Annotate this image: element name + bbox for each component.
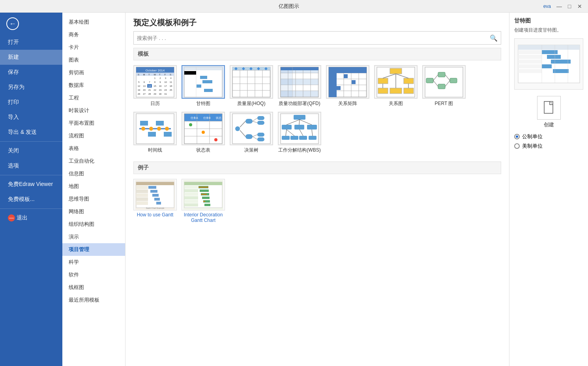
cat-item-card[interactable]: 卡片 — [62, 41, 125, 54]
nav-item-viewer[interactable]: 免费Edraw Viewer — [0, 177, 62, 192]
example-item-example-gantt2[interactable]: Interior Decoration Gantt Chart — [182, 179, 225, 223]
svg-rect-164 — [309, 136, 316, 140]
svg-rect-217 — [518, 69, 542, 73]
svg-rect-49 — [202, 80, 212, 83]
cat-item-map[interactable]: 地图 — [62, 180, 125, 193]
svg-rect-102 — [378, 88, 388, 94]
svg-text:20: 20 — [143, 89, 146, 91]
cat-item-mindmap[interactable]: 思维导图 — [62, 193, 125, 205]
svg-rect-211 — [518, 55, 542, 59]
svg-text:28: 28 — [148, 93, 151, 95]
nav-item-save-as[interactable]: 另存为 — [0, 80, 62, 95]
nav-item-exit[interactable]: —退出 — [0, 210, 62, 225]
svg-text:状态: 状态 — [215, 116, 221, 119]
svg-text:Gantt Chart Example: Gantt Chart Example — [146, 207, 165, 209]
cat-item-project[interactable]: 项目管理 — [62, 243, 125, 256]
template-item-decision-tree[interactable]: 决策树 — [230, 112, 273, 154]
cat-item-software[interactable]: 软件 — [62, 268, 125, 281]
svg-text:11: 11 — [170, 81, 172, 83]
svg-text:任务B: 任务B — [203, 116, 211, 119]
nav-item-export[interactable]: 导出 & 发送 — [0, 125, 62, 140]
right-panel: 甘特图 创建项目进度甘特图。 — [509, 13, 588, 366]
template-item-relation-matrix[interactable]: 关系矩阵 — [326, 65, 369, 107]
template-item-relation-chart[interactable]: 关系图 — [374, 65, 418, 107]
template-item-pert[interactable]: PERT 图 — [422, 65, 466, 107]
cat-item-business[interactable]: 商务 — [62, 28, 125, 41]
cat-item-clip[interactable]: 剪切画 — [62, 66, 125, 79]
svg-rect-180 — [136, 193, 148, 197]
create-btn-area: 创建 — [514, 96, 583, 128]
nav-item-close[interactable]: 关闭 — [0, 143, 62, 158]
nav-item-save[interactable]: 保存 — [0, 65, 62, 80]
template-item-qfd[interactable]: 质量功能部署(QFD) — [278, 65, 321, 107]
cat-item-database[interactable]: 数据库 — [62, 79, 125, 92]
svg-text:31: 31 — [164, 93, 167, 95]
svg-text:S: S — [170, 73, 171, 76]
cat-item-flowchart[interactable]: 流程图 — [62, 130, 125, 142]
template-thumb-state-table: 任务A 任务B 状态 — [182, 112, 225, 145]
cat-item-engineering[interactable]: 工程 — [62, 92, 125, 104]
template-item-state-table[interactable]: 任务A 任务B 状态 状态表 — [182, 112, 225, 154]
nav-item-import[interactable]: 导入 — [0, 110, 62, 125]
search-bar: 🔍 — [133, 31, 501, 45]
template-item-gantt[interactable]: 甘特图 — [182, 65, 225, 107]
svg-rect-124 — [140, 121, 148, 126]
svg-rect-189 — [184, 182, 198, 185]
svg-rect-178 — [136, 190, 148, 193]
svg-rect-218 — [553, 69, 569, 73]
unit-option-0[interactable]: 公制单位 — [514, 133, 583, 140]
svg-rect-195 — [200, 190, 209, 192]
template-item-calendar[interactable]: October 2014 SMTWTFS 1 2 3 4 5 6 7 8 9 1… — [133, 65, 177, 107]
right-panel-preview — [514, 38, 583, 90]
cat-item-network[interactable]: 网络图 — [62, 205, 125, 218]
cat-item-fashion[interactable]: 时装设计 — [62, 104, 125, 117]
nav-item-print[interactable]: 打印 — [0, 95, 62, 110]
svg-rect-158 — [282, 125, 292, 130]
svg-rect-100 — [404, 78, 414, 84]
cat-item-recent[interactable]: 最近所用模板 — [62, 294, 125, 306]
unit-option-1[interactable]: 美制单位 — [514, 143, 583, 150]
template-grid: October 2014 SMTWTFS 1 2 3 4 5 6 7 8 9 1… — [133, 65, 501, 154]
nav-item-templates[interactable]: 免费模板... — [0, 192, 62, 207]
example-thumb-example-gantt2 — [182, 179, 225, 210]
cat-item-basic[interactable]: 基本绘图 — [62, 16, 125, 28]
document-icon — [543, 101, 555, 115]
svg-rect-111 — [438, 72, 445, 77]
cat-item-wireframe[interactable]: 线框图 — [62, 281, 125, 294]
cat-item-table[interactable]: 表格 — [62, 142, 125, 155]
nav-item-open[interactable]: 打开 — [0, 35, 62, 50]
nav-item-new[interactable]: 新建 — [0, 50, 62, 65]
cat-item-presentation[interactable]: 演示 — [62, 231, 125, 243]
svg-text:22: 22 — [154, 89, 156, 91]
minimize-button[interactable]: — — [554, 2, 564, 10]
cat-item-chart[interactable]: 图表 — [62, 54, 125, 66]
search-icon[interactable]: 🔍 — [490, 34, 498, 42]
back-button[interactable]: ← — [0, 13, 62, 35]
svg-text:T: T — [148, 73, 150, 76]
svg-point-141 — [214, 138, 217, 141]
template-item-wbs[interactable]: 工作分解结构(WBS) — [278, 112, 321, 154]
svg-rect-103 — [404, 88, 414, 94]
search-input[interactable] — [137, 35, 490, 41]
example-item-example-gantt1[interactable]: Gantt Chart Example How to use Gantt — [133, 179, 177, 223]
svg-rect-213 — [518, 60, 542, 64]
cat-item-infographic[interactable]: 信息图 — [62, 167, 125, 180]
svg-text:W: W — [154, 73, 156, 76]
close-button[interactable]: ✕ — [575, 2, 585, 10]
maximize-button[interactable]: □ — [564, 2, 575, 10]
svg-rect-190 — [198, 182, 222, 185]
example-thumb-example-gantt1: Gantt Chart Example — [133, 179, 177, 210]
cat-item-science[interactable]: 科学 — [62, 256, 125, 268]
nav-item-options[interactable]: 选项 — [0, 158, 62, 173]
cat-item-industrial[interactable]: 工业自动化 — [62, 155, 125, 167]
cat-item-org[interactable]: 组织结构图 — [62, 218, 125, 231]
template-item-timeline[interactable]: 时间线 — [133, 112, 177, 154]
cat-item-floor[interactable]: 平面布置图 — [62, 117, 125, 130]
svg-rect-162 — [290, 136, 298, 140]
svg-text:29: 29 — [154, 93, 156, 95]
template-item-hoq[interactable]: 质量屋(HOQ) — [230, 65, 273, 107]
examples-grid: Gantt Chart Example How to use Gantt — [133, 179, 501, 223]
create-button[interactable] — [537, 96, 561, 120]
template-label-gantt: 甘特图 — [196, 100, 210, 107]
nav-divider — [0, 141, 62, 142]
